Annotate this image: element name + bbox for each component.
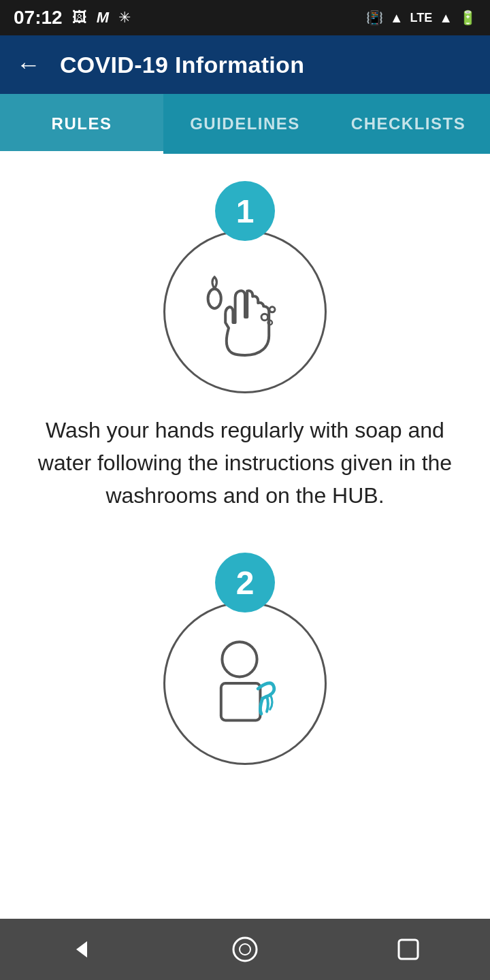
handwashing-icon-circle — [163, 230, 327, 393]
svg-rect-5 — [221, 683, 261, 720]
svg-marker-6 — [76, 941, 87, 958]
status-bar: 07:12 🖼 M ✳ 📳 ▲ LTE ▲ 🔋 — [0, 0, 490, 35]
back-button[interactable]: ← — [16, 50, 41, 79]
main-content: 1 Wash your hands regularly with soap an… — [0, 154, 490, 919]
gmail-icon: M — [97, 9, 109, 27]
recents-nav-button[interactable] — [388, 929, 429, 970]
rule-text-1: Wash your hands regularly with soap and … — [34, 414, 456, 512]
wifi-icon: ▲ — [390, 10, 404, 26]
tab-bar: RULES GUIDELINES CHECKLISTS — [0, 94, 490, 154]
home-nav-button[interactable] — [225, 929, 265, 970]
image-icon: 🖼 — [72, 9, 87, 27]
battery-icon: 🔋 — [459, 10, 476, 26]
bottom-nav — [0, 919, 490, 980]
handwashing-svg — [191, 257, 299, 366]
svg-point-2 — [270, 307, 275, 312]
svg-point-0 — [208, 289, 221, 308]
status-time: 07:12 — [14, 7, 63, 29]
back-nav-button[interactable] — [61, 929, 102, 970]
rule-number-2: 2 — [215, 553, 275, 612]
fan-icon: ✳ — [118, 9, 131, 27]
vibrate-icon: 📳 — [366, 10, 383, 26]
page-title: COVID-19 Information — [60, 52, 304, 78]
svg-point-8 — [240, 944, 250, 955]
svg-point-7 — [233, 938, 257, 961]
status-bar-right: 📳 ▲ LTE ▲ 🔋 — [366, 10, 476, 26]
top-nav: ← COVID-19 Information — [0, 35, 490, 94]
svg-point-4 — [222, 642, 257, 676]
rule-number-1: 1 — [215, 181, 275, 241]
rule-item-1: 1 Wash your hands regularly with soap an… — [27, 181, 463, 525]
lte-icon: LTE — [410, 11, 433, 25]
svg-point-1 — [261, 314, 268, 321]
mask-svg — [191, 629, 299, 738]
rule-item-2: 2 — [27, 553, 463, 785]
mask-icon-circle — [163, 602, 327, 765]
tab-rules[interactable]: RULES — [0, 94, 163, 154]
status-bar-left: 07:12 🖼 M ✳ — [14, 7, 131, 29]
signal-icon: ▲ — [439, 10, 453, 26]
svg-rect-9 — [399, 940, 418, 959]
tab-guidelines[interactable]: GUIDELINES — [163, 94, 327, 154]
tab-checklists[interactable]: CHECKLISTS — [327, 94, 490, 154]
